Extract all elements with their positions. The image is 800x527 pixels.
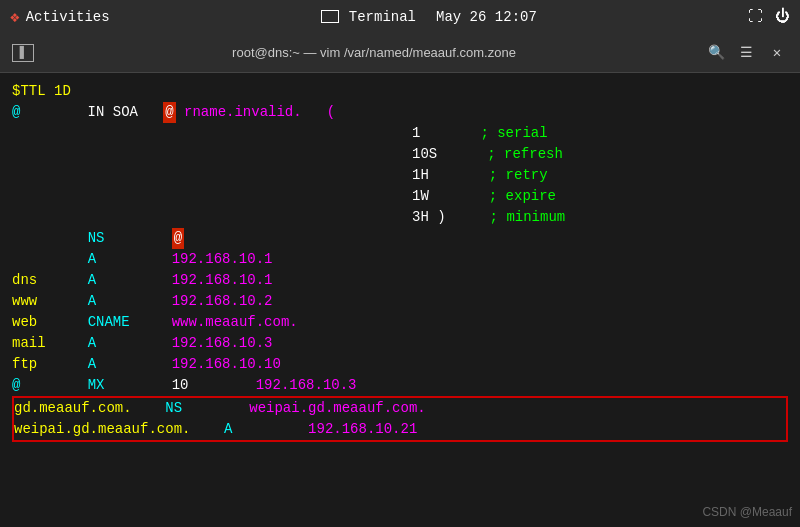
- power-icon[interactable]: ⏻: [775, 8, 790, 26]
- ttl-line: $TTL 1D: [12, 81, 788, 102]
- expire-line: 1W ; expire: [12, 186, 788, 207]
- ftp-line: ftp A 192.168.10.10: [12, 354, 788, 375]
- terminal-window: ▋ root@dns:~ — vim /var/named/meaauf.com…: [0, 33, 800, 527]
- weipai-a-line: weipai.gd.meaauf.com. A 192.168.10.21: [14, 419, 786, 440]
- close-button[interactable]: ✕: [766, 42, 788, 64]
- retry-line: 1H ; retry: [12, 165, 788, 186]
- at-mx-line: @ MX 10 192.168.10.3: [12, 375, 788, 396]
- terminal-label[interactable]: Terminal: [321, 9, 416, 25]
- soa-line: @ IN SOA @ rname.invalid. (: [12, 102, 788, 123]
- terminal-content[interactable]: $TTL 1D @ IN SOA @ rname.invalid. ( 1 ; …: [0, 73, 800, 527]
- title-text: root@dns:~ — vim /var/named/meaauf.com.z…: [232, 45, 516, 60]
- network-icon: ⛶: [748, 8, 763, 26]
- watermark: CSDN @Meaauf: [702, 503, 792, 521]
- system-right: ⛶ ⏻: [748, 8, 790, 26]
- www-line: www A 192.168.10.2: [12, 291, 788, 312]
- system-center: Terminal May 26 12:07: [321, 9, 537, 25]
- dns-line: dns A 192.168.10.1: [12, 270, 788, 291]
- refresh-line: 10S ; refresh: [12, 144, 788, 165]
- mail-line: mail A 192.168.10.3: [12, 333, 788, 354]
- a1-line: A 192.168.10.1: [12, 249, 788, 270]
- terminal-window-icon: [321, 10, 339, 23]
- title-left: ▋: [12, 44, 42, 62]
- at-highlight-ns: @: [172, 228, 184, 249]
- menu-button[interactable]: ☰: [736, 42, 758, 64]
- activities-icon: ❖: [10, 7, 20, 27]
- gd-ns-line: gd.meaauf.com. NS weipai.gd.meaauf.com.: [14, 398, 786, 419]
- at-highlight-soa: @: [163, 102, 175, 123]
- system-bar: ❖ Activities Terminal May 26 12:07 ⛶ ⏻: [0, 0, 800, 33]
- datetime: May 26 12:07: [436, 9, 537, 25]
- title-bar: ▋ root@dns:~ — vim /var/named/meaauf.com…: [0, 33, 800, 73]
- serial-line: 1 ; serial: [12, 123, 788, 144]
- ns-line: NS @: [12, 228, 788, 249]
- ttl-text: $TTL 1D: [12, 81, 71, 102]
- minimum-line: 3H ) ; minimum: [12, 207, 788, 228]
- title-controls: 🔍 ☰ ✕: [706, 42, 788, 64]
- highlighted-section: gd.meaauf.com. NS weipai.gd.meaauf.com. …: [12, 396, 788, 442]
- terminal-text: Terminal: [349, 9, 416, 25]
- activities-button[interactable]: ❖ Activities: [10, 7, 110, 27]
- terminal-title-icon: ▋: [12, 44, 34, 62]
- activities-label: Activities: [26, 9, 110, 25]
- search-button[interactable]: 🔍: [706, 42, 728, 64]
- web-line: web CNAME www.meaauf.com.: [12, 312, 788, 333]
